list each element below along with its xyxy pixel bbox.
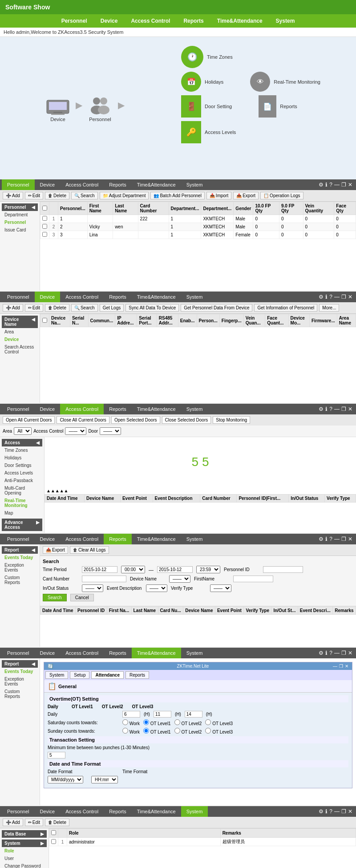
rp-exception-events[interactable]: Exception Events	[2, 561, 38, 574]
rp-pid-input[interactable]	[263, 566, 303, 573]
ta-popup-close[interactable]: ✕	[345, 664, 348, 669]
add-btn[interactable]: ➕ Add	[3, 192, 23, 199]
ta-nav-attendance[interactable]: Attendance	[91, 671, 123, 679]
rpnav-access[interactable]: Access Control	[60, 534, 104, 544]
sysnav-personnel[interactable]: Personnel	[2, 806, 35, 817]
acnav-device[interactable]: Device	[35, 404, 61, 414]
d-gear-icon[interactable]: ⚙	[319, 294, 324, 300]
rp-from-time[interactable]: 00:00	[121, 566, 145, 573]
row-checkbox[interactable]	[42, 216, 47, 221]
ta-sun-ot2-radio[interactable]	[174, 728, 180, 734]
close-all-doors-btn[interactable]: Close All Current Doors	[57, 416, 109, 424]
sysnav-device[interactable]: Device	[35, 806, 61, 817]
sys-add-btn[interactable]: ➕ Add	[3, 819, 23, 826]
ta-restore-icon[interactable]: ❐	[341, 650, 346, 656]
ta-minbetween-input[interactable]	[48, 752, 65, 758]
rpnav-system[interactable]: System	[181, 534, 208, 544]
ac-select[interactable]: ——	[65, 427, 86, 435]
ta-info-icon[interactable]: ℹ	[325, 650, 328, 656]
device-sidebar-toggle[interactable]: ◀	[32, 317, 35, 327]
d-syncall-btn[interactable]: Sync All Data To Device	[125, 304, 179, 312]
minus-icon[interactable]: —	[334, 182, 340, 188]
ta-custom-reports[interactable]: Custom Reports	[2, 688, 38, 700]
ac-accesslevels[interactable]: Access Levels	[2, 469, 42, 477]
rp-clear-btn[interactable]: 🗑 Clear All Logs	[70, 546, 109, 554]
ac-map[interactable]: Map	[2, 509, 42, 517]
ac-antipassback[interactable]: Anti-Passback	[2, 477, 42, 484]
tanav-personnel[interactable]: Personnel	[2, 648, 35, 658]
d-delete-btn[interactable]: 🗑 Delete	[45, 304, 69, 312]
sys-delete-btn[interactable]: 🗑 Delete	[45, 819, 69, 826]
rp-verifytype-select[interactable]: ——	[210, 584, 231, 592]
d-sidebar-area[interactable]: Area	[2, 328, 38, 336]
dnav-access[interactable]: Access Control	[60, 292, 104, 302]
export-btn[interactable]: 📤 Export	[233, 192, 259, 199]
ac-question-icon[interactable]: ?	[329, 406, 332, 412]
d-getpersonnel-btn[interactable]: Get Personnel Data From Device	[181, 304, 252, 312]
ac-holidays[interactable]: Holidays	[2, 454, 42, 462]
rp-cancel-btn[interactable]: Cancel	[70, 594, 94, 601]
adjust-dept-btn[interactable]: 📁 Adjust Department	[100, 192, 149, 199]
d-getinfo-btn[interactable]: Get Information of Personnel	[254, 304, 317, 312]
sys-role-link[interactable]: Role	[2, 847, 47, 855]
d-question-icon[interactable]: ?	[329, 294, 332, 300]
ta-sat-ot2-radio[interactable]	[174, 719, 180, 725]
ta-question-icon[interactable]: ?	[329, 650, 332, 656]
rp-minus-icon[interactable]: —	[334, 536, 340, 542]
rp-from-date[interactable]	[82, 566, 117, 573]
rp-firstname-input[interactable]	[233, 576, 273, 582]
sys-info-icon[interactable]: ℹ	[325, 808, 328, 815]
dnav-system[interactable]: System	[181, 292, 208, 302]
rp-close-icon[interactable]: ✕	[348, 536, 352, 542]
ta-minus-icon[interactable]: —	[334, 650, 340, 656]
row-checkbox[interactable]	[42, 232, 47, 237]
tanav-reports[interactable]: Reports	[104, 648, 132, 658]
sys-close-icon[interactable]: ✕	[348, 808, 352, 815]
nav-personnel[interactable]: Personnel	[61, 18, 87, 24]
ac-advance-toggle[interactable]: ▶	[36, 520, 40, 530]
ac-close-icon[interactable]: ✕	[348, 406, 352, 412]
rp-to-time[interactable]: 23:59	[196, 566, 220, 573]
acnav-ta[interactable]: Time&Attendance	[132, 404, 181, 414]
open-all-doors-btn[interactable]: Open All Current Doors	[3, 416, 55, 424]
rp-events-today[interactable]: Events Today	[2, 554, 38, 561]
d-select-all[interactable]	[42, 318, 47, 323]
sys-minus-icon[interactable]: —	[334, 808, 340, 815]
sysnav-system[interactable]: System	[181, 806, 208, 817]
sysnav-reports[interactable]: Reports	[104, 806, 132, 817]
ta-nav-reports[interactable]: Reports	[125, 671, 149, 679]
ta-exception-events[interactable]: Exception Events	[2, 675, 38, 688]
d-sidebar-searchac[interactable]: Search Access Control	[2, 343, 38, 356]
row-checkbox[interactable]	[42, 224, 47, 229]
ac-minus-icon[interactable]: —	[334, 406, 340, 412]
d-edit-btn[interactable]: ✏ Edit	[25, 304, 43, 312]
sidebar-department[interactable]: Department	[2, 211, 38, 219]
ta-timeformat-select[interactable]: HH:mm	[91, 776, 118, 783]
sidebar-personnel[interactable]: Personnel	[2, 219, 38, 226]
dnav-reports[interactable]: Reports	[104, 292, 132, 302]
rp-custom-reports[interactable]: Custom Reports	[2, 574, 38, 586]
acnav-access[interactable]: Access Control	[60, 404, 104, 414]
restore-icon[interactable]: ❐	[341, 182, 346, 188]
d-minus-icon[interactable]: —	[334, 294, 340, 300]
ta-ot-daily-l1[interactable]	[122, 711, 140, 718]
rp-gear-icon[interactable]: ⚙	[319, 536, 324, 542]
sidebar-issuecard[interactable]: Issue Card	[2, 226, 38, 234]
ta-sun-ot1-radio[interactable]	[143, 728, 149, 734]
d-more-btn[interactable]: More...	[319, 304, 339, 312]
sys-system-toggle[interactable]: ▶	[40, 841, 44, 846]
question-icon[interactable]: ?	[329, 182, 332, 188]
ta-dateformat-select[interactable]: MM/dd/yyyy	[48, 776, 83, 783]
nav-reports[interactable]: Reports	[183, 18, 203, 24]
dnav-personnel[interactable]: Personnel	[2, 292, 35, 302]
pnav-access[interactable]: Access Control	[60, 179, 104, 190]
rpnav-personnel[interactable]: Personnel	[2, 534, 35, 544]
nav-system[interactable]: System	[276, 18, 295, 24]
sys-restore-icon[interactable]: ❐	[341, 808, 346, 815]
batch-add-btn[interactable]: 👥 Batch Add Personnel	[150, 192, 204, 199]
ac-timezones[interactable]: Time Zones	[2, 446, 42, 454]
ta-sat-ot3-radio[interactable]	[205, 719, 211, 725]
dnav-ta[interactable]: Time&Attendance	[132, 292, 181, 302]
area-select[interactable]: All	[14, 427, 32, 435]
gear-icon[interactable]: ⚙	[319, 182, 324, 188]
